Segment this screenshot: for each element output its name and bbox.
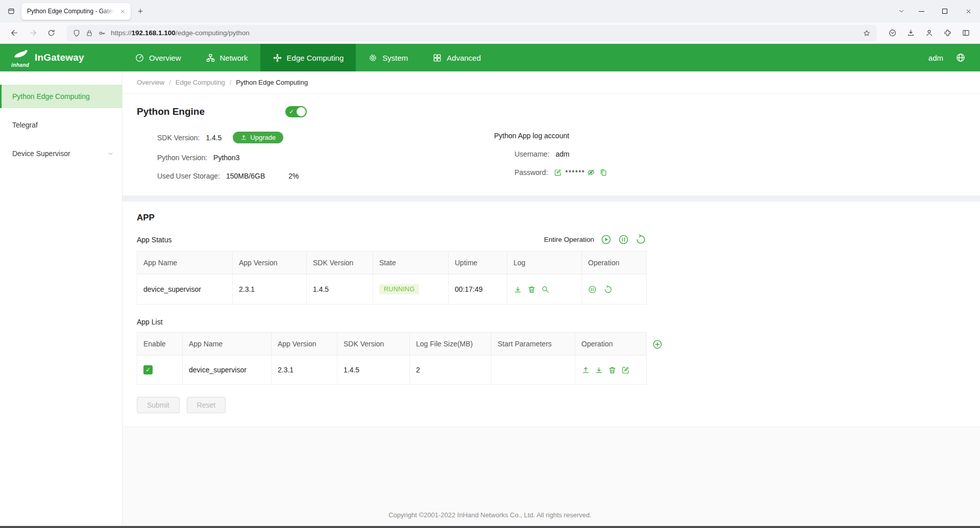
maximize-icon xyxy=(942,9,947,14)
downloads-icon[interactable] xyxy=(902,25,919,41)
restart-icon xyxy=(635,234,646,245)
python-engine-toggle[interactable] xyxy=(285,106,307,117)
submit-button[interactable]: Submit xyxy=(137,397,180,413)
delete-log-icon[interactable] xyxy=(527,285,536,294)
url-bar[interactable]: https://192.168.1.100/edge-computing/pyt… xyxy=(66,25,877,41)
globe-icon[interactable] xyxy=(955,53,966,63)
breadcrumb-separator: / xyxy=(169,79,171,86)
app-status-header-row: App Name App Version SDK Version State U… xyxy=(137,252,647,274)
sidebar-item-device-supervisor[interactable]: Device Supervisor xyxy=(0,142,122,165)
nav-advanced[interactable]: Advanced xyxy=(420,44,493,71)
app-list-header-row: Enable App Name App Version SDK Version … xyxy=(137,333,647,356)
lock-icon[interactable] xyxy=(85,29,93,37)
restart-app-icon[interactable] xyxy=(604,285,612,294)
username-row: Username: adm xyxy=(494,150,609,158)
col-uptime: Uptime xyxy=(449,252,507,274)
col-app-version: App Version xyxy=(233,252,307,274)
copy-password-icon[interactable] xyxy=(599,168,607,177)
back-button[interactable] xyxy=(6,25,22,41)
nav-network[interactable]: Network xyxy=(193,44,260,71)
upgrade-button[interactable]: Upgrade xyxy=(233,132,283,143)
restart-all-button[interactable] xyxy=(635,234,646,245)
col-operation: Operation xyxy=(582,252,647,274)
export-log-icon[interactable] xyxy=(513,285,522,294)
window-minimize-button[interactable] xyxy=(910,0,933,22)
nav-edge-computing[interactable]: Edge Computing xyxy=(260,44,356,71)
password-label: Password: xyxy=(514,168,548,177)
sidebar-toggle-icon[interactable] xyxy=(958,25,974,41)
footer: Copyright ©2001-2022 InHand Networks Co.… xyxy=(122,426,980,526)
sidebar-item-python-edge-computing[interactable]: Python Edge Computing xyxy=(0,85,122,108)
plus-circle-icon xyxy=(652,339,663,349)
window-maximize-button[interactable] xyxy=(933,0,957,22)
back-icon xyxy=(10,29,19,37)
enable-cell xyxy=(137,356,183,385)
username-menu[interactable]: adm xyxy=(928,54,943,62)
password-row: Password: ****** xyxy=(494,168,609,177)
upload-icon xyxy=(240,134,247,141)
reload-button[interactable] xyxy=(43,25,59,41)
account-icon[interactable] xyxy=(921,25,937,41)
nav-system[interactable]: System xyxy=(356,44,420,71)
reset-button[interactable]: Reset xyxy=(187,397,226,413)
copyright-text: Copyright ©2001-2022 InHand Networks Co.… xyxy=(388,511,592,519)
extensions-icon[interactable] xyxy=(939,25,955,41)
sidebar: Python Edge Computing Telegraf Device Su… xyxy=(0,71,122,526)
pause-all-button[interactable] xyxy=(618,234,629,245)
breadcrumb-overview[interactable]: Overview xyxy=(137,79,164,86)
edit-password-icon[interactable] xyxy=(554,168,562,177)
browser-tab[interactable]: Python Edge Computing - Gateway xyxy=(21,3,131,20)
log-file-size-cell: 2 xyxy=(410,356,492,385)
firefox-view-icon[interactable] xyxy=(3,3,19,19)
app-list-label: App List xyxy=(137,318,646,326)
start-all-button[interactable] xyxy=(601,234,611,245)
section-divider xyxy=(122,195,980,202)
col-app-name: App Name xyxy=(183,333,272,356)
col-start-parameters: Start Parameters xyxy=(492,333,575,356)
pause-app-icon[interactable] xyxy=(588,285,597,294)
tab-title: Python Edge Computing - Gateway xyxy=(27,8,114,15)
bookmark-star-icon[interactable] xyxy=(863,29,871,37)
show-password-icon[interactable] xyxy=(587,168,595,177)
tab-list-chevron-icon[interactable] xyxy=(893,3,910,19)
forward-button[interactable] xyxy=(24,25,41,41)
breadcrumb-edge-computing[interactable]: Edge Computing xyxy=(176,79,225,86)
appbar-right: adm xyxy=(928,44,980,71)
toggle-check-icon xyxy=(289,109,294,115)
app-name-cell: device_supervisor xyxy=(183,356,272,385)
app-title: APP xyxy=(137,213,966,223)
col-sdk-version: SDK Version xyxy=(337,333,410,356)
brand-logo[interactable]: inhand InGateway xyxy=(0,44,122,71)
python-version-row: Python Version: Python3 xyxy=(137,154,494,162)
play-circle-icon xyxy=(601,234,611,245)
app-section: APP App Status Entire Operation xyxy=(122,202,980,426)
col-enable: Enable xyxy=(137,333,183,356)
window-close-button[interactable] xyxy=(957,0,980,22)
shield-icon[interactable] xyxy=(72,29,81,37)
edge-computing-icon xyxy=(273,53,282,63)
sidebar-item-telegraf[interactable]: Telegraf xyxy=(0,113,122,137)
key-icon[interactable] xyxy=(98,29,106,37)
main-content: Overview / Edge Computing / Python Edge … xyxy=(122,71,980,526)
app-header: inhand InGateway Overview Network Edge C… xyxy=(0,44,980,71)
sdk-version-row: SDK Version: 1.4.5 Upgrade xyxy=(137,132,494,143)
upload-app-icon[interactable] xyxy=(581,366,590,374)
sdk-version-cell: 1.4.5 xyxy=(307,274,373,305)
add-app-button[interactable] xyxy=(652,339,663,349)
chevron-down-icon xyxy=(107,150,114,157)
tab-close-icon[interactable] xyxy=(117,6,128,16)
enable-checkbox[interactable] xyxy=(143,365,153,374)
log-cell xyxy=(507,274,582,305)
pocket-icon[interactable] xyxy=(884,25,900,41)
pause-circle-icon xyxy=(618,234,629,245)
python-version-label: Python Version: xyxy=(157,154,207,162)
col-operation: Operation xyxy=(575,333,647,356)
new-tab-button[interactable] xyxy=(133,4,148,19)
download-app-icon[interactable] xyxy=(595,366,603,374)
edit-app-icon[interactable] xyxy=(621,366,630,374)
delete-app-icon[interactable] xyxy=(608,366,617,374)
forward-icon xyxy=(29,29,37,37)
brand-small-label: inhand xyxy=(11,62,29,68)
nav-overview[interactable]: Overview xyxy=(122,44,193,71)
view-log-icon[interactable] xyxy=(541,285,550,294)
